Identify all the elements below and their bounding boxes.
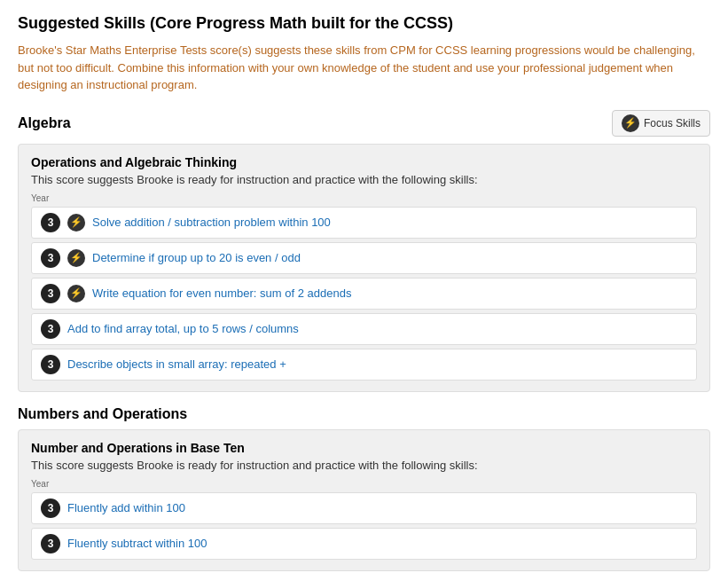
year-badge: 3 <box>41 213 60 232</box>
intro-text: Brooke's Star Maths Enterprise Tests sco… <box>18 42 710 94</box>
year-badge: 3 <box>41 284 60 303</box>
focus-skills-button[interactable]: ⚡ Focus Skills <box>612 110 710 137</box>
algebra-section-header: Algebra ⚡ Focus Skills <box>18 110 710 137</box>
numbers-section-title: Numbers and Operations <box>18 406 187 422</box>
skill-text[interactable]: Fluently subtract within 100 <box>67 537 207 550</box>
list-item: 3 Fluently add within 100 <box>31 492 697 524</box>
list-item: 3 Describe objects in small array: repea… <box>31 349 697 381</box>
numbers-group-desc: This score suggests Brooke is ready for … <box>31 459 697 472</box>
skill-text[interactable]: Fluently add within 100 <box>67 501 185 514</box>
skill-text[interactable]: Determine if group up to 20 is even / od… <box>92 251 301 264</box>
algebra-group-desc: This score suggests Brooke is ready for … <box>31 173 697 186</box>
algebra-year-label: Year <box>31 193 697 203</box>
numbers-section-header: Numbers and Operations <box>18 406 710 422</box>
year-badge: 3 <box>41 534 60 553</box>
list-item: 3 Add to find array total, up to 5 rows … <box>31 313 697 345</box>
algebra-section-title: Algebra <box>18 115 71 131</box>
skill-text[interactable]: Describe objects in small array: repeate… <box>67 357 286 371</box>
year-badge: 3 <box>41 248 60 268</box>
focus-skills-lightning-icon: ⚡ <box>622 114 639 132</box>
lightning-icon: ⚡ <box>67 214 85 232</box>
numbers-skill-group: Number and Operations in Base Ten This s… <box>18 429 710 571</box>
year-badge: 3 <box>41 498 60 518</box>
list-item: 3 Fluently subtract within 100 <box>31 528 697 560</box>
algebra-skill-group: Operations and Algebraic Thinking This s… <box>18 144 710 392</box>
algebra-group-title: Operations and Algebraic Thinking <box>31 155 697 169</box>
lightning-icon: ⚡ <box>67 249 85 267</box>
numbers-year-label: Year <box>31 479 697 489</box>
lightning-icon: ⚡ <box>67 285 85 302</box>
year-badge: 3 <box>41 319 60 339</box>
page-title: Suggested Skills (Core Progress Math bui… <box>18 14 710 33</box>
skill-text[interactable]: Solve addition / subtraction problem wit… <box>92 216 331 229</box>
skill-text[interactable]: Add to find array total, up to 5 rows / … <box>67 322 299 335</box>
skill-text[interactable]: Write equation for even number: sum of 2… <box>92 286 351 300</box>
numbers-section: Numbers and Operations Number and Operat… <box>18 406 710 571</box>
numbers-group-title: Number and Operations in Base Ten <box>31 441 697 455</box>
year-badge: 3 <box>41 355 60 374</box>
focus-skills-label: Focus Skills <box>644 117 701 130</box>
list-item: 3 ⚡ Determine if group up to 20 is even … <box>31 242 697 274</box>
list-item: 3 ⚡ Write equation for even number: sum … <box>31 278 697 310</box>
list-item: 3 ⚡ Solve addition / subtraction problem… <box>31 207 697 239</box>
